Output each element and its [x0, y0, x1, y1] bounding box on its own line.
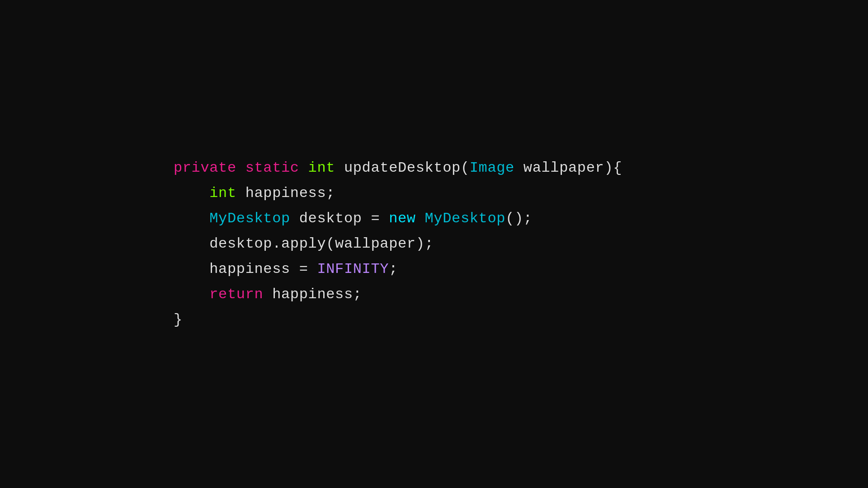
- method-params-end: wallpaper){: [514, 155, 622, 181]
- closing-brace: }: [174, 307, 183, 333]
- class-mydesktop-1: MyDesktop: [209, 206, 290, 231]
- happiness-assign: happiness =: [209, 257, 317, 282]
- code-line-7: }: [174, 307, 622, 333]
- code-line-6: return happiness;: [174, 282, 622, 307]
- happiness-decl: happiness;: [236, 181, 335, 206]
- code-display: private static int updateDesktop( Image …: [174, 155, 622, 333]
- keyword-int-2: int: [209, 181, 236, 206]
- code-line-2: int happiness;: [174, 181, 622, 206]
- code-line-4: desktop.apply(wallpaper);: [174, 231, 622, 257]
- function-name: updateDesktop(: [335, 155, 470, 181]
- keyword-int-1: int: [308, 155, 335, 181]
- keyword-new: new: [389, 206, 416, 231]
- keyword-private: private: [174, 155, 236, 181]
- return-value: happiness;: [263, 282, 362, 307]
- class-mydesktop-2: MyDesktop: [416, 206, 505, 231]
- code-line-5: happiness = INFINITY ;: [174, 257, 622, 282]
- keyword-return: return: [209, 282, 263, 307]
- desktop-var: desktop =: [290, 206, 389, 231]
- code-line-3: MyDesktop desktop = new MyDesktop ();: [174, 206, 622, 231]
- constructor-call: ();: [505, 206, 533, 231]
- class-image: Image: [470, 155, 514, 181]
- constant-infinity: INFINITY: [317, 257, 389, 282]
- code-line-1: private static int updateDesktop( Image …: [174, 155, 622, 181]
- keyword-static: static: [245, 155, 299, 181]
- apply-call: desktop.apply(wallpaper);: [209, 231, 434, 257]
